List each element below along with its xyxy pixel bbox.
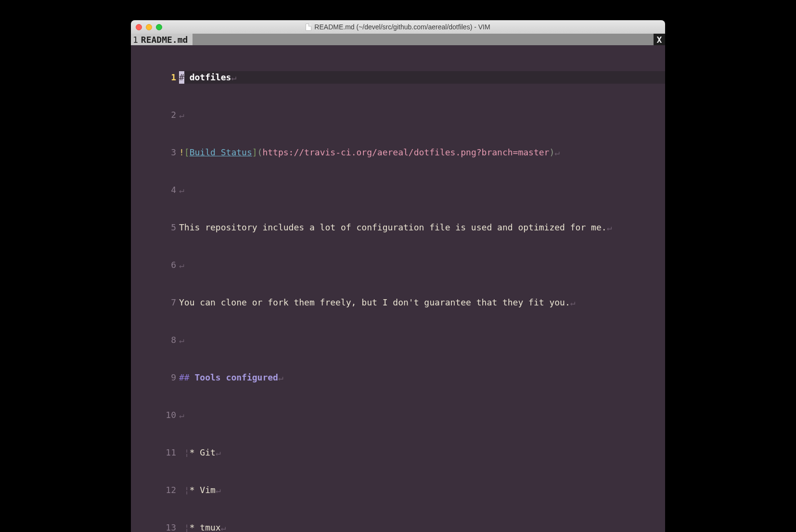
newline-icon: ↵: [179, 410, 184, 420]
line-7: You can clone or fork them freely, but I…: [179, 296, 665, 309]
lineno: 8: [131, 334, 179, 346]
editor-area[interactable]: 1# dotfiles↵ 2↵ 3![Build Status](https:/…: [131, 45, 665, 532]
line-8: ↵: [179, 334, 665, 346]
indent-guide-icon: ¦: [184, 485, 190, 495]
lineno: 1: [131, 71, 179, 84]
close-window-button[interactable]: [136, 24, 142, 30]
line-3: ![Build Status](https://travis-ci.org/ae…: [179, 146, 665, 159]
terminal-window: README.md (~/devel/src/github.com/aereal…: [131, 20, 665, 532]
mac-titlebar: README.md (~/devel/src/github.com/aereal…: [131, 20, 665, 34]
window-title-text: README.md (~/devel/src/github.com/aereal…: [314, 23, 490, 31]
lineno: 10: [131, 409, 179, 421]
lineno: 4: [131, 184, 179, 196]
document-icon: [306, 24, 311, 31]
newline-icon: ↵: [570, 297, 576, 307]
line-6: ↵: [179, 259, 665, 271]
line-4: ↵: [179, 184, 665, 196]
newline-icon: ↵: [216, 447, 221, 457]
cursor: #: [179, 71, 184, 84]
newline-icon: ↵: [221, 522, 226, 532]
line-10: ↵: [179, 409, 665, 421]
tab-index: 1: [133, 35, 138, 45]
newline-icon: ↵: [554, 147, 560, 157]
lineno: 7: [131, 296, 179, 309]
newline-icon: ↵: [179, 335, 184, 345]
window-title: README.md (~/devel/src/github.com/aereal…: [131, 23, 665, 31]
lineno: 11: [131, 446, 179, 459]
lineno: 9: [131, 371, 179, 384]
tab-filename: README.md: [141, 35, 188, 45]
line-13: ¦* tmux↵: [179, 521, 665, 532]
line-12: ¦* Vim↵: [179, 484, 665, 496]
zoom-window-button[interactable]: [156, 24, 162, 30]
lineno: 6: [131, 259, 179, 271]
indent-guide-icon: ¦: [184, 522, 190, 532]
traffic-lights: [136, 24, 162, 30]
lineno: 13: [131, 521, 179, 532]
newline-icon: ↵: [278, 372, 283, 382]
tabline-fill: [193, 34, 654, 45]
vim-tabline: 1 README.md X: [131, 34, 665, 45]
newline-icon: ↵: [216, 485, 221, 495]
lineno: 5: [131, 221, 179, 234]
line-2: ↵: [179, 109, 665, 121]
tab-readme[interactable]: 1 README.md: [131, 34, 193, 45]
lineno: 12: [131, 484, 179, 496]
newline-icon: ↵: [179, 260, 184, 270]
indent-guide-icon: ¦: [184, 447, 190, 457]
newline-icon: ↵: [231, 72, 236, 82]
newline-icon: ↵: [179, 110, 184, 120]
tab-close-button[interactable]: X: [654, 34, 665, 45]
newline-icon: ↵: [607, 222, 612, 232]
lineno: 2: [131, 109, 179, 121]
minimize-window-button[interactable]: [146, 24, 152, 30]
line-5: This repository includes a lot of config…: [179, 221, 665, 234]
line-11: ¦* Git↵: [179, 446, 665, 459]
line-9: ## Tools configured↵: [179, 371, 665, 384]
line-1: # dotfiles↵: [179, 71, 665, 84]
lineno: 3: [131, 146, 179, 159]
newline-icon: ↵: [179, 185, 184, 195]
